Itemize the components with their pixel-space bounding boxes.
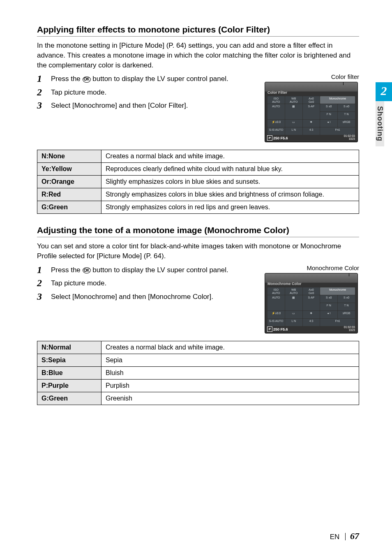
monochrome-color-table: N:NormalCreates a normal black and white… <box>37 341 359 405</box>
option-desc: Strongly emphasizes colors in blue skies… <box>101 188 359 201</box>
step-text: Press the OK button to display the LV su… <box>51 73 228 84</box>
option-desc: Purplish <box>101 379 359 392</box>
option-key: S:Sepia <box>37 354 101 366</box>
option-key: B:Blue <box>37 366 101 379</box>
panel-title: Monochrome Color <box>267 282 302 286</box>
section1-intro: In the monotone setting in [Picture Mode… <box>37 41 359 70</box>
table-row: Or:OrangeSlightly emphasizes colors in b… <box>37 176 359 188</box>
option-key: P:Purple <box>37 379 101 392</box>
section1-heading: Applying filter effects to monotone pict… <box>37 25 359 37</box>
table-row: G:GreenGreenish <box>37 392 359 405</box>
step-number: 2 <box>37 278 51 288</box>
counter-readout: 01:02:031023 <box>344 134 355 140</box>
step-text: Press the OK button to display the LV su… <box>51 264 228 275</box>
panel-title: Color Filter <box>267 90 287 95</box>
footer-lang: EN <box>330 533 340 541</box>
step-number: 3 <box>37 291 51 302</box>
option-key: G:Green <box>37 201 101 214</box>
step-text: Select [Monochrome] and then [Monochrome… <box>51 291 213 302</box>
table-row: N:NoneCreates a normal black and white i… <box>37 150 359 163</box>
table-row: S:SepiaSepia <box>37 354 359 366</box>
step-text: Tap picture mode. <box>51 278 106 288</box>
table-row: N:NormalCreates a normal black and white… <box>37 341 359 354</box>
section2-intro: You can set and store a color tint for b… <box>37 241 359 261</box>
option-key: Ye:Yellow <box>37 163 101 176</box>
color-filter-table: N:NoneCreates a normal black and white i… <box>37 150 359 214</box>
option-desc: Strongly emphasizes colors in red lips a… <box>101 201 359 214</box>
option-desc: Bluish <box>101 366 359 379</box>
option-key: N:None <box>37 150 101 163</box>
step-number: 3 <box>37 100 51 111</box>
lv-super-control-panel-1: Color Filter ISOAUTO WBAUTO A±0G±0 Monoc… <box>265 82 358 142</box>
screenshot1-label: Color filter <box>265 73 359 80</box>
step-text: Tap picture mode. <box>51 87 106 97</box>
exposure-readout: 250 F5.6 <box>273 327 288 331</box>
section1-steps: 1 Press the OK button to display the LV … <box>37 73 242 111</box>
option-key: G:Green <box>37 392 101 405</box>
ok-button-icon: OK <box>83 267 91 273</box>
step-number: 2 <box>37 87 51 97</box>
ok-button-icon: OK <box>83 76 91 83</box>
table-row: B:BlueBluish <box>37 366 359 379</box>
option-desc: Sepia <box>101 354 359 366</box>
option-key: N:Normal <box>37 341 101 354</box>
counter-readout: 01:02:031023 <box>344 326 355 331</box>
option-key: Or:Orange <box>37 176 101 188</box>
option-desc: Creates a normal black and white image. <box>101 341 359 354</box>
lv-super-control-panel-2: Monochrome Color ISOAUTO WBAUTO A±0G±0 M… <box>265 273 358 333</box>
step-number: 1 <box>37 73 51 84</box>
step-number: 1 <box>37 264 51 275</box>
mode-p-icon: P <box>267 135 272 141</box>
table-row: G:GreenStrongly emphasizes colors in red… <box>37 201 359 214</box>
chapter-side-tab: 2 Shooting <box>376 82 392 146</box>
mode-p-icon: P <box>267 326 272 332</box>
chapter-label: Shooting <box>376 101 384 146</box>
section2-heading: Adjusting the tone of a monotone image (… <box>37 225 359 237</box>
table-row: Ye:YellowReproduces clearly defined whit… <box>37 163 359 176</box>
option-desc: Creates a normal black and white image. <box>101 150 359 163</box>
screenshot2-label: Monochrome Color <box>265 264 359 271</box>
page-footer: EN 67 <box>330 531 359 542</box>
exposure-readout: 250 F5.6 <box>273 136 288 140</box>
table-row: P:PurplePurplish <box>37 379 359 392</box>
chapter-number: 2 <box>376 82 392 101</box>
option-key: R:Red <box>37 188 101 201</box>
table-row: R:RedStrongly emphasizes colors in blue … <box>37 188 359 201</box>
footer-page-number: 67 <box>350 531 359 541</box>
section2-steps: 1 Press the OK button to display the LV … <box>37 264 242 302</box>
option-desc: Reproduces clearly defined white cloud w… <box>101 163 359 176</box>
step-text: Select [Monochrome] and then [Color Filt… <box>51 100 188 111</box>
option-desc: Greenish <box>101 392 359 405</box>
option-desc: Slightly emphasizes colors in blue skies… <box>101 176 359 188</box>
